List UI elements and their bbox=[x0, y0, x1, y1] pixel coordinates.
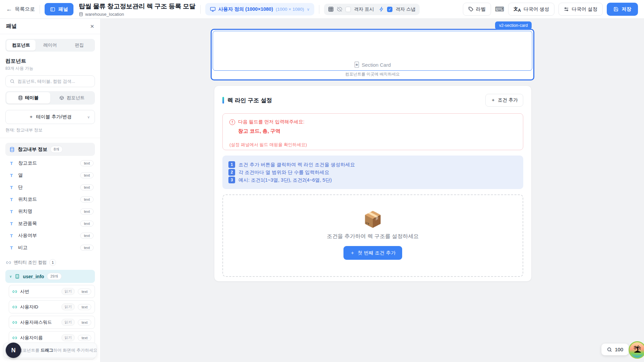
i18n-settings-button[interactable]: 다국어 설정 bbox=[558, 3, 603, 16]
field-name: 열 bbox=[18, 172, 77, 178]
step-text: 조건 추가 버튼을 클릭하여 렉 라인 조건을 생성하세요 bbox=[238, 162, 355, 168]
link-icon bbox=[12, 305, 17, 309]
section-card[interactable]: 🃏 Section Card bbox=[213, 31, 532, 71]
search-icon bbox=[10, 79, 15, 84]
component-search[interactable] bbox=[5, 75, 95, 87]
section-card-dropzone[interactable]: 컴포넌트를 이곳에 배치하세요 bbox=[213, 70, 532, 78]
divider bbox=[200, 5, 201, 14]
island-icon: 🏝 bbox=[633, 345, 641, 355]
empty-conditions-state: 📦 조건을 추가하여 렉 구조를 설정하세요 ＋ 첫 번째 조건 추가 bbox=[222, 194, 523, 277]
join-table-count: 29개 bbox=[47, 273, 61, 280]
table-field-item[interactable]: T 위치명 text bbox=[5, 205, 95, 218]
instruction-step: 3 예시: 조건1(1~3열, 3단), 조건2(4~6열, 5단) bbox=[228, 177, 517, 183]
top-toolbar: ← 목록으로 패널 탑씰 물류 창고정보관리 렉 구조 등록 모달 wareho… bbox=[0, 0, 644, 19]
tab-edit[interactable]: 편집 bbox=[65, 40, 94, 51]
table-field-item[interactable]: T 위치코드 text bbox=[5, 193, 95, 205]
text-type-icon: T bbox=[10, 185, 15, 190]
join-field-item[interactable]: 사용자패스워드 읽기 text bbox=[9, 316, 95, 329]
table-field-item[interactable]: T 열 text bbox=[5, 169, 95, 181]
close-panel-button[interactable]: ✕ bbox=[90, 23, 94, 29]
plus-icon: ＋ bbox=[29, 114, 34, 120]
i18n-generate-button[interactable]: 文A 다국어 생성 bbox=[508, 3, 554, 16]
viewport-size-selector[interactable]: 사용자 정의 (1000×1080) (1000 × 1080) ∨ bbox=[205, 3, 314, 15]
field-name: 위치코드 bbox=[18, 196, 77, 202]
table-field-count: 8개 bbox=[50, 146, 63, 153]
grid-snap-label: 격자 스냅 bbox=[395, 6, 416, 12]
field-name: 사용자ID bbox=[20, 304, 58, 310]
field-type-badge: text bbox=[78, 335, 91, 341]
table-group-header[interactable]: 창고내부 정보 8개 bbox=[5, 143, 95, 156]
source-tab-tables[interactable]: 테이블 bbox=[6, 92, 50, 104]
panel-tabs: 컴포넌트 레이어 편집 bbox=[5, 39, 95, 52]
field-name: 보관품목 bbox=[18, 221, 77, 227]
tab-layers[interactable]: 레이어 bbox=[36, 40, 65, 51]
cube-icon bbox=[59, 96, 64, 100]
readonly-badge: 읽기 bbox=[61, 303, 75, 310]
island-badge[interactable]: 🏝 bbox=[629, 341, 644, 359]
table-field-item[interactable]: T 단 text bbox=[5, 181, 95, 193]
add-condition-button[interactable]: ＋ 조건 추가 bbox=[485, 94, 523, 107]
magnifier-icon bbox=[607, 347, 612, 352]
source-tab-components[interactable]: 컴포넌트 bbox=[50, 92, 94, 104]
table-field-item[interactable]: T 비고 text bbox=[5, 242, 95, 254]
text-type-icon: T bbox=[10, 209, 15, 214]
step-number: 1 bbox=[228, 161, 235, 168]
close-icon: ✕ bbox=[90, 23, 94, 29]
search-input[interactable] bbox=[17, 79, 91, 84]
section-card-label: Section Card bbox=[362, 62, 391, 68]
section-card-selected[interactable]: 🃏 Section Card 컴포넌트를 이곳에 배치하세요 bbox=[211, 29, 534, 80]
components-panel: 패널 ✕ 컴포넌트 레이어 편집 컴포넌트 83개 사용 가능 테이블 bbox=[0, 19, 101, 362]
divider bbox=[40, 5, 40, 14]
table-field-item[interactable]: T 보관품목 text bbox=[5, 218, 95, 230]
text-type-icon: T bbox=[10, 245, 15, 250]
label-button[interactable]: 라벨 bbox=[463, 3, 491, 16]
field-name: 창고코드 bbox=[18, 160, 77, 166]
components-section-title: 컴포넌트 bbox=[5, 58, 95, 65]
chevron-down-icon: ∨ bbox=[307, 7, 310, 12]
back-arrow-icon: ← bbox=[6, 6, 12, 13]
keyboard-shortcuts-button[interactable]: ⌨ bbox=[495, 5, 504, 13]
package-icon: 📦 bbox=[363, 212, 382, 227]
link-icon bbox=[6, 260, 11, 265]
add-change-table-button[interactable]: ＋ 테이블 추가/변경 ∨ bbox=[5, 110, 95, 124]
database-icon bbox=[18, 96, 23, 100]
table-field-item[interactable]: T 창고코드 text bbox=[5, 157, 95, 169]
current-table-label: 현재: 창고내부 정보 bbox=[5, 127, 95, 133]
save-button[interactable]: 저장 bbox=[607, 3, 638, 16]
editor-canvas[interactable]: v2-section-card 🃏 Section Card 컴포넌트를 이곳에… bbox=[101, 19, 644, 362]
warning-icon: ! bbox=[229, 119, 235, 125]
join-field-item[interactable]: 사번 읽기 text bbox=[9, 285, 95, 298]
table-field-item[interactable]: T 사용여부 text bbox=[5, 230, 95, 242]
plus-icon: ＋ bbox=[350, 250, 355, 256]
selection-label: v2-section-card bbox=[495, 21, 532, 29]
join-table-name: user_info bbox=[23, 274, 44, 279]
field-list: T 창고코드 text T 열 text T 단 text T 위치코드 tex… bbox=[5, 157, 95, 254]
field-type-badge: text bbox=[80, 160, 94, 166]
field-type-badge: text bbox=[80, 233, 94, 239]
add-first-condition-button[interactable]: ＋ 첫 번째 조건 추가 bbox=[343, 246, 402, 260]
field-type-badge: text bbox=[80, 172, 94, 178]
step-number: 2 bbox=[228, 169, 235, 176]
components-available-count: 83개 사용 가능 bbox=[5, 66, 95, 71]
warning-hint: (설정 패널에서 필드 매핑을 확인하세요) bbox=[229, 142, 516, 148]
step-text: 예시: 조건1(1~3열, 3단), 조건2(4~6열, 5단) bbox=[238, 177, 332, 183]
join-table-header[interactable]: ∨ user_info 29개 bbox=[5, 270, 95, 283]
instruction-steps: 1 조건 추가 버튼을 클릭하여 렉 라인 조건을 생성하세요 2 각 조건마다… bbox=[222, 156, 523, 189]
readonly-badge: 읽기 bbox=[61, 288, 75, 295]
grid-show-checkbox[interactable] bbox=[345, 7, 351, 12]
join-field-item[interactable]: 사용자ID 읽기 text bbox=[9, 300, 95, 313]
zoom-indicator[interactable]: 100 bbox=[601, 344, 629, 355]
link-icon bbox=[12, 320, 17, 325]
back-to-list-button[interactable]: ← 목록으로 bbox=[6, 6, 35, 13]
page-title: 탑씰 물류 창고정보관리 렉 구조 등록 모달 bbox=[79, 2, 196, 11]
tab-components[interactable]: 컴포넌트 bbox=[6, 40, 36, 51]
drag-hint-text: 컴포넌트를 드래그하여 화면에 추가하세요 bbox=[18, 348, 97, 353]
field-type-badge: text bbox=[78, 289, 91, 295]
lightning-icon bbox=[379, 7, 384, 12]
grid-snap-checkbox[interactable]: ✓ bbox=[387, 7, 392, 12]
instruction-step: 1 조건 추가 버튼을 클릭하여 렉 라인 조건을 생성하세요 bbox=[228, 161, 517, 168]
field-type-badge: text bbox=[80, 245, 94, 251]
panel-toggle-button[interactable]: 패널 bbox=[45, 3, 73, 15]
join-count-badge: 1 bbox=[49, 259, 56, 266]
divider bbox=[0, 138, 100, 138]
